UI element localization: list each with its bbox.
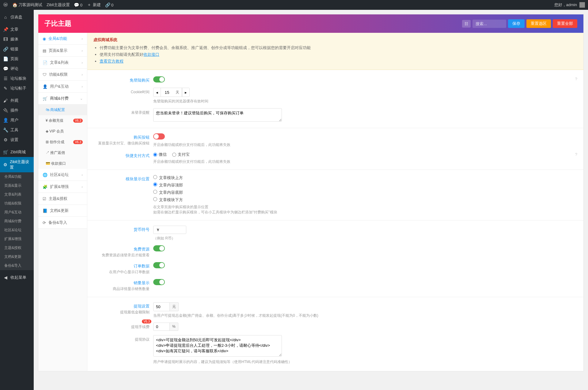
layout-icon: ▤ <box>43 48 46 53</box>
globe-icon: 🌐 <box>43 173 47 177</box>
cart-icon: 🛒 <box>3 150 8 155</box>
nav-global[interactable]: ◉全局&功能› <box>38 33 87 45</box>
helper-text: 开启余额功能或积分支付功能后，此功能将失效 <box>153 142 577 147</box>
stepper-decrement[interactable]: ◂ <box>154 88 161 97</box>
cookie-time-input[interactable] <box>161 88 173 97</box>
chevron-right-icon: › <box>82 37 83 40</box>
nav-article-list[interactable]: 📄文章&列表› <box>38 57 87 69</box>
menu-settings[interactable]: ⚙设置 <box>0 135 34 145</box>
toggle-sales-show[interactable] <box>153 279 165 285</box>
user-greeting[interactable]: 您好，admin <box>554 2 577 8</box>
search-input[interactable] <box>472 20 506 28</box>
nav-feature-perm[interactable]: 🛡功能&权限› <box>38 69 87 81</box>
links-count[interactable]: 🔗0 <box>105 2 113 7</box>
radio-pos-top[interactable]: 文章内容顶部 <box>153 182 577 188</box>
menu-media[interactable]: 🎞媒体 <box>0 34 34 44</box>
radio-alipay[interactable]: 支付宝 <box>172 152 190 157</box>
menu-tools[interactable]: 🔧工具 <box>0 125 34 135</box>
split-icon: ⊞ <box>46 140 50 144</box>
menu-comments[interactable]: 💬评论 <box>0 64 34 74</box>
submenu-extend-enhance[interactable]: 扩展&增强 <box>0 235 34 243</box>
page-title-link[interactable]: Zibll主题设置 <box>47 2 70 8</box>
toggle-buy-button[interactable] <box>153 133 165 140</box>
radio-pos-above[interactable]: 文章模块上方 <box>153 175 577 181</box>
nav-sub-creation[interactable]: ⊞ 创作分成V6.3 <box>38 137 87 147</box>
help-icon[interactable]: ? <box>575 77 577 81</box>
user-icon: 👤 <box>43 84 47 89</box>
nav-mall-pay[interactable]: 🛒商城&付费⌄ <box>38 93 87 105</box>
payment-link[interactable]: 收款接口 <box>143 52 159 57</box>
nav-backup-import[interactable]: ⟳备份&导入 <box>38 217 87 229</box>
nav-sub-mall-config[interactable]: 🛍 商城配置 <box>38 105 87 115</box>
menu-dashboard[interactable]: ⌂仪表盘 <box>0 12 34 22</box>
nav-extend-enhance[interactable]: 🧩扩展&增强› <box>38 181 87 193</box>
submenu-global[interactable]: 全局&功能 <box>0 172 34 181</box>
menu-posts[interactable]: 📌文章 <box>0 25 34 34</box>
submenu-backup-import[interactable]: 备份&导入 <box>0 261 34 270</box>
menu-zibll-theme[interactable]: ⚙Zibll主题设置 <box>0 157 34 172</box>
nav-doc-update[interactable]: 📘文档&更新 <box>38 205 87 217</box>
submenu-social-forum[interactable]: 社区&论坛 <box>0 226 34 235</box>
page-icon: 📄 <box>3 56 8 61</box>
menu-collapse[interactable]: ◀收起菜单 <box>0 273 34 282</box>
input-suffix: % <box>170 323 178 331</box>
wp-logo-icon[interactable]: ⓦ <box>3 2 8 8</box>
reset-all-button[interactable]: 重置全部 <box>553 19 577 28</box>
nav-theme-auth[interactable]: ☑主题&授权 <box>38 193 87 205</box>
sublabel-withdraw: 提现最低金额限制 <box>93 310 150 315</box>
menu-links[interactable]: 🔗链接 <box>0 44 34 54</box>
submenu-theme-auth[interactable]: 主题&授权 <box>0 243 34 252</box>
withdraw-min-input[interactable] <box>153 302 170 311</box>
toggle-guest-buy[interactable] <box>153 76 165 82</box>
menu-pages[interactable]: 📄页面 <box>0 54 34 64</box>
menu-plugins[interactable]: 🔌插件 <box>0 105 34 115</box>
menu-topics[interactable]: ✎论坛帖子 <box>0 83 34 93</box>
toggle-free-res[interactable] <box>153 245 165 251</box>
forum-icon: ☰ <box>3 76 8 81</box>
notice-item: 付费功能主要分为文章付费、付费会员、余额系统、推广返佣、创作分成等功能组成，您可… <box>100 45 577 51</box>
save-button[interactable]: 保存 <box>508 19 525 28</box>
submenu-mall-pay[interactable]: 商城&付费 <box>0 217 34 226</box>
menu-zibll-mall[interactable]: 🛒Zibll商城 <box>0 147 34 157</box>
nav-sub-balance[interactable]: ¥ 余额充值V6.3 <box>38 115 87 126</box>
avatar[interactable] <box>579 2 585 8</box>
nav-social-forum[interactable]: 🌐社区&论坛› <box>38 169 87 181</box>
reset-area-button[interactable]: 重置选区 <box>526 19 551 28</box>
nav-sub-referral[interactable]: ↗ 推广返佣 <box>38 147 87 158</box>
menu-users[interactable]: 👤用户 <box>0 115 34 125</box>
radio-wechat[interactable]: 微信 <box>153 152 167 157</box>
topic-icon: ✎ <box>3 86 8 91</box>
submenu-feature-perm[interactable]: 功能&权限 <box>0 199 34 208</box>
cart-icon: 🛒 <box>43 96 47 101</box>
grid-toggle-button[interactable]: ☷ <box>462 20 471 28</box>
submenu-page-display[interactable]: 页面&显示 <box>0 181 34 190</box>
submenu-user-interact[interactable]: 用户&互动 <box>0 208 34 217</box>
currency-input[interactable] <box>153 226 186 234</box>
label-withdraw: 提现设置 <box>93 304 150 309</box>
stepper-increment[interactable]: ▸ <box>182 88 189 97</box>
menu-forums[interactable]: ☰论坛板块 <box>0 74 34 83</box>
dashboard-icon: ⌂ <box>3 15 8 20</box>
nav-page-display[interactable]: ▤页面&显示› <box>38 45 87 57</box>
backup-icon: ⟳ <box>43 220 46 225</box>
notice-title: 虚拟商城系统 <box>93 37 577 43</box>
nav-sub-vip[interactable]: ◈ VIP 会员 <box>38 126 87 137</box>
withdraw-fee-input[interactable] <box>153 323 170 331</box>
toggle-order-data[interactable] <box>153 262 165 268</box>
new-content-link[interactable]: ＋新建 <box>87 2 101 8</box>
radio-pos-bottom[interactable]: 文章内容底部 <box>153 190 577 195</box>
notice-item: 使用支付功能请先配置好收款接口 <box>100 52 577 57</box>
help-icon[interactable]: ? <box>575 152 577 157</box>
tutorial-link[interactable]: 查看官方教程 <box>100 59 123 63</box>
radio-pos-below[interactable]: 文章模块下方 <box>153 197 577 203</box>
login-remind-textarea[interactable]: 您当前未登录！建议登陆后购买，可保存购买订单 <box>153 108 282 122</box>
submenu-doc-update[interactable]: 文档&更新 <box>0 252 34 261</box>
nav-user-interact[interactable]: 👤用户&互动› <box>38 81 87 93</box>
nav-sub-payment[interactable]: 💳 收款接口 <box>38 158 87 169</box>
withdraw-terms-textarea[interactable]: <div>可提现金额达到50元后即可发起提现</div> <div>申请提现需后… <box>153 335 282 357</box>
submenu-article-list[interactable]: 文章&列表 <box>0 190 34 199</box>
helper-text: 用户申请提现时展示的内容，建议为提现须知等（使用HTML代码请注意代码准确性） <box>153 359 577 365</box>
menu-appearance[interactable]: 🖌外观 <box>0 96 34 105</box>
site-home-link[interactable]: 🏠刀客源码测试 <box>12 2 42 8</box>
comments-link[interactable]: 💬0 <box>74 2 82 7</box>
